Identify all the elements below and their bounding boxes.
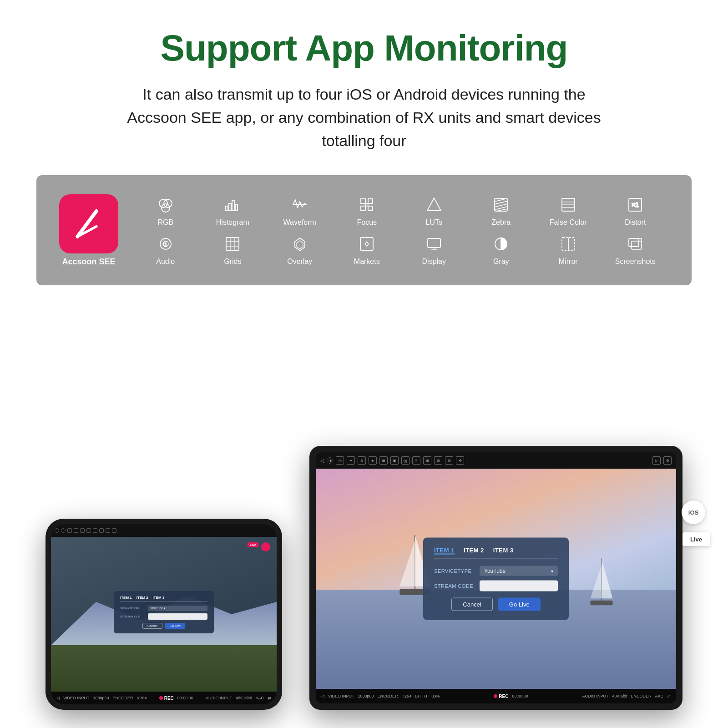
modal-tab1[interactable]: ITEM 1 [434, 547, 455, 555]
tablet-encoder2-value: AAC [655, 694, 664, 698]
feature-focus-label: Focus [357, 218, 377, 227]
svg-line-17 [495, 198, 507, 202]
histogram-icon [222, 195, 243, 215]
phone-back-arrow: ◁ [56, 696, 60, 700]
tablet-encoder-value: H264 [402, 694, 412, 698]
feature-banner: Accsoon SEE RGB Histogram [36, 175, 692, 285]
toolbar-icon-10: ⊠ [434, 456, 442, 465]
modal-buttons: Cancel Go Live [434, 598, 558, 611]
tablet-audio-input-label: AUDIO INPUT [582, 694, 608, 698]
app-icon [59, 194, 118, 253]
phone-go-live-button[interactable]: Go Live [165, 623, 185, 629]
features-row1: RGB Histogram Waveform [132, 191, 669, 230]
feature-distort: ×1 Distort [602, 191, 669, 230]
svg-rect-10 [361, 199, 365, 203]
phone-ground [51, 645, 277, 692]
rgb-icon [156, 195, 176, 215]
feature-rgb-label: RGB [157, 218, 173, 227]
play-icon[interactable]: ▷ [652, 456, 661, 465]
overlay-icon [290, 234, 310, 254]
modal-go-live-button[interactable]: Go Live [498, 598, 541, 611]
phone-tab2: ITEM 2 [136, 596, 148, 600]
tablet-audio-input-value: 48KI6bit [612, 694, 627, 698]
phone-stream-input[interactable] [148, 613, 207, 620]
svg-rect-58 [591, 601, 613, 606]
tablet-toolbar: ◁ ◑ ◎ ✦ ⊕ ◈ ▦ ▣ ()) ≡ ⊞ ⊠ ⊟ ❖ ▷ ⚙ [316, 452, 676, 469]
phone-field2-label: STREAM CODE [120, 615, 145, 618]
tablet-video: ITEM 1 ITEM 2 ITEM 3 SERVICETYPE YouTube… [316, 469, 676, 689]
settings-icon[interactable]: ⚙ [663, 456, 672, 465]
phone-video-area: ITEM 1 ITEM 2 ITEM 3 SERVICETYPE YouTube… [51, 537, 277, 692]
phone-encoder-label: ENCODER [113, 696, 133, 700]
devices-area: ITEM 1 ITEM 2 ITEM 3 SERVICETYPE YouTube… [36, 313, 692, 710]
phone-mockup: ITEM 1 ITEM 2 ITEM 3 SERVICETYPE YouTube… [46, 519, 282, 710]
tablet-back-arrow: ◁ [320, 458, 324, 464]
modal-cancel-button[interactable]: Cancel [451, 598, 492, 611]
svg-marker-37 [297, 241, 303, 249]
phone-field1-label: SERVICETYPE [120, 607, 145, 610]
display-icon [424, 234, 444, 254]
phone-field1: SERVICETYPE YouTube ▾ [120, 606, 207, 611]
toolbar-icon-9: ⊞ [423, 456, 431, 465]
modal-field-streamcode: STREAM CODE [434, 581, 558, 592]
luts-icon [424, 195, 444, 215]
svg-rect-31 [226, 238, 239, 250]
modal-servicetype-value[interactable]: YouTube ▾ [480, 566, 558, 576]
modal-servicetype-label: SERVICETYPE [434, 568, 475, 574]
modal-stream-input[interactable] [480, 581, 558, 592]
feature-markets: Markets [334, 230, 401, 269]
page-container: Support App Monitoring It can also trans… [0, 0, 728, 728]
feature-luts-label: LUTs [426, 218, 442, 227]
feature-false-color: False Color [535, 191, 602, 230]
modal-tabs: ITEM 1 ITEM 2 ITEM 3 [434, 547, 558, 559]
ios-badge: iOS [682, 500, 705, 524]
feature-overlay-label: Overlay [287, 258, 312, 266]
feature-markets-label: Markets [354, 258, 380, 266]
svg-marker-57 [591, 565, 602, 598]
focus-icon [357, 195, 377, 215]
svg-rect-7 [232, 201, 234, 211]
feature-focus: Focus [334, 191, 401, 230]
modal-tab3[interactable]: ITEM 3 [493, 547, 514, 555]
phone-tab3: ITEM 3 [153, 596, 165, 600]
svg-marker-56 [602, 559, 613, 599]
svg-line-18 [495, 201, 507, 204]
app-name-label: Accsoon SEE [62, 257, 115, 267]
toolbar-icon-8: ≡ [412, 456, 420, 465]
gray-icon [491, 234, 511, 254]
false-color-icon [558, 195, 578, 215]
markets-icon [357, 234, 377, 254]
audio-icon: ( ) [156, 234, 176, 254]
tablet-bitrate-value: 83% [431, 694, 440, 698]
svg-rect-48 [632, 241, 642, 249]
toolbar-icon-3: ⊕ [358, 456, 366, 465]
phone-modal-buttons: Cancel Go Live [120, 623, 207, 629]
live-badge: Live [682, 532, 710, 546]
mirror-icon [558, 234, 578, 254]
svg-point-4 [162, 204, 170, 212]
phone-live-badge: Live [248, 542, 258, 547]
svg-point-14 [365, 203, 368, 206]
phone-video-value: 1080p60 [93, 696, 109, 700]
tablet-encoder-label: ENCODER [378, 694, 398, 698]
tablet-status-bar: ◁ VIDEO INPUT 1080p60 ENCODER H264 BIT R… [316, 689, 676, 703]
feature-mirror: Mirror [535, 230, 602, 269]
svg-marker-15 [427, 198, 441, 211]
modal-tab2[interactable]: ITEM 2 [464, 547, 484, 555]
feature-waveform: Waveform [266, 191, 334, 230]
tablet-video-input-value: 1080p60 [358, 694, 374, 698]
feature-histogram-label: Histogram [216, 218, 249, 227]
svg-rect-38 [360, 238, 373, 250]
phone-cancel-button[interactable]: Cancel [142, 623, 162, 629]
toolbar-icon-6: ▣ [390, 456, 399, 465]
feature-luts: LUTs [400, 191, 468, 230]
toolbar-icon-11: ⊟ [445, 456, 453, 465]
sailing-background: ITEM 1 ITEM 2 ITEM 3 SERVICETYPE YouTube… [316, 469, 676, 689]
feature-display: Display [400, 230, 468, 269]
features-grid: RGB Histogram Waveform [132, 191, 669, 269]
phone-rec-label: REC [159, 696, 174, 701]
feature-gray: Gray [468, 230, 535, 269]
svg-rect-13 [368, 206, 373, 211]
phone-audio-icon: ⇌ [268, 696, 271, 700]
brightness-icon[interactable]: ◑ [327, 457, 333, 464]
